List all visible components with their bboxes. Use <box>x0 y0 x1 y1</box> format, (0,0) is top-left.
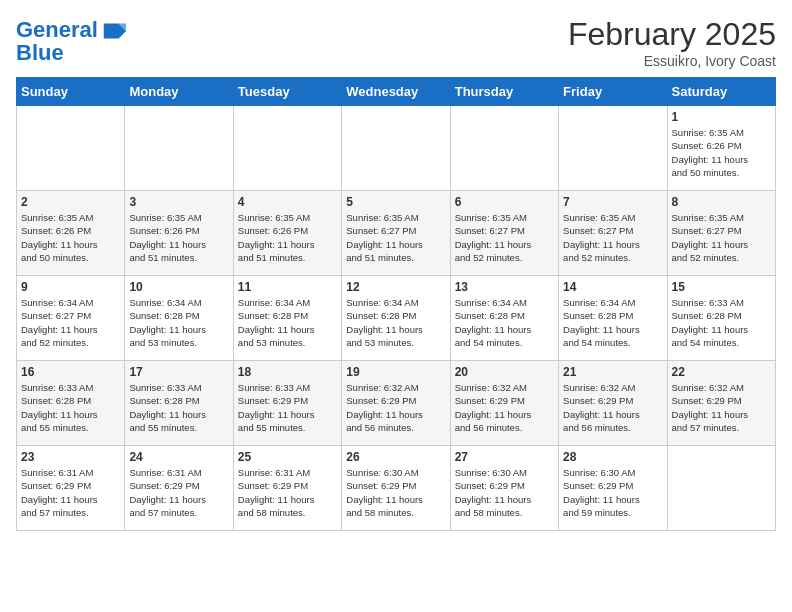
day-info: Sunrise: 6:34 AM Sunset: 6:28 PM Dayligh… <box>455 296 554 349</box>
calendar-cell <box>342 106 450 191</box>
weekday-header-saturday: Saturday <box>667 78 775 106</box>
day-info: Sunrise: 6:34 AM Sunset: 6:28 PM Dayligh… <box>563 296 662 349</box>
day-number: 10 <box>129 280 228 294</box>
calendar-week-2: 2Sunrise: 6:35 AM Sunset: 6:26 PM Daylig… <box>17 191 776 276</box>
calendar-cell: 11Sunrise: 6:34 AM Sunset: 6:28 PM Dayli… <box>233 276 341 361</box>
calendar-week-1: 1Sunrise: 6:35 AM Sunset: 6:26 PM Daylig… <box>17 106 776 191</box>
calendar-cell: 13Sunrise: 6:34 AM Sunset: 6:28 PM Dayli… <box>450 276 558 361</box>
calendar-cell: 8Sunrise: 6:35 AM Sunset: 6:27 PM Daylig… <box>667 191 775 276</box>
day-number: 23 <box>21 450 120 464</box>
day-number: 7 <box>563 195 662 209</box>
day-info: Sunrise: 6:33 AM Sunset: 6:28 PM Dayligh… <box>129 381 228 434</box>
calendar-cell: 15Sunrise: 6:33 AM Sunset: 6:28 PM Dayli… <box>667 276 775 361</box>
day-number: 5 <box>346 195 445 209</box>
logo-text: General <box>16 18 98 42</box>
day-number: 9 <box>21 280 120 294</box>
weekday-header-wednesday: Wednesday <box>342 78 450 106</box>
weekday-header-tuesday: Tuesday <box>233 78 341 106</box>
day-number: 16 <box>21 365 120 379</box>
day-info: Sunrise: 6:35 AM Sunset: 6:27 PM Dayligh… <box>563 211 662 264</box>
day-info: Sunrise: 6:35 AM Sunset: 6:27 PM Dayligh… <box>672 211 771 264</box>
location-subtitle: Essuikro, Ivory Coast <box>568 53 776 69</box>
calendar-cell <box>125 106 233 191</box>
day-number: 4 <box>238 195 337 209</box>
calendar-week-4: 16Sunrise: 6:33 AM Sunset: 6:28 PM Dayli… <box>17 361 776 446</box>
day-number: 1 <box>672 110 771 124</box>
weekday-header-sunday: Sunday <box>17 78 125 106</box>
calendar-cell: 28Sunrise: 6:30 AM Sunset: 6:29 PM Dayli… <box>559 446 667 531</box>
calendar-cell: 12Sunrise: 6:34 AM Sunset: 6:28 PM Dayli… <box>342 276 450 361</box>
day-number: 19 <box>346 365 445 379</box>
calendar-cell: 1Sunrise: 6:35 AM Sunset: 6:26 PM Daylig… <box>667 106 775 191</box>
calendar-cell: 9Sunrise: 6:34 AM Sunset: 6:27 PM Daylig… <box>17 276 125 361</box>
day-info: Sunrise: 6:35 AM Sunset: 6:27 PM Dayligh… <box>455 211 554 264</box>
calendar-cell: 25Sunrise: 6:31 AM Sunset: 6:29 PM Dayli… <box>233 446 341 531</box>
calendar-cell: 10Sunrise: 6:34 AM Sunset: 6:28 PM Dayli… <box>125 276 233 361</box>
day-info: Sunrise: 6:34 AM Sunset: 6:27 PM Dayligh… <box>21 296 120 349</box>
day-info: Sunrise: 6:35 AM Sunset: 6:26 PM Dayligh… <box>21 211 120 264</box>
day-info: Sunrise: 6:35 AM Sunset: 6:26 PM Dayligh… <box>238 211 337 264</box>
weekday-header-thursday: Thursday <box>450 78 558 106</box>
logo-icon <box>100 16 128 44</box>
calendar-cell <box>17 106 125 191</box>
calendar-cell: 26Sunrise: 6:30 AM Sunset: 6:29 PM Dayli… <box>342 446 450 531</box>
day-info: Sunrise: 6:32 AM Sunset: 6:29 PM Dayligh… <box>672 381 771 434</box>
calendar-cell: 14Sunrise: 6:34 AM Sunset: 6:28 PM Dayli… <box>559 276 667 361</box>
day-number: 26 <box>346 450 445 464</box>
calendar-cell: 17Sunrise: 6:33 AM Sunset: 6:28 PM Dayli… <box>125 361 233 446</box>
day-number: 28 <box>563 450 662 464</box>
day-number: 13 <box>455 280 554 294</box>
day-info: Sunrise: 6:30 AM Sunset: 6:29 PM Dayligh… <box>563 466 662 519</box>
day-number: 8 <box>672 195 771 209</box>
day-number: 25 <box>238 450 337 464</box>
calendar-week-3: 9Sunrise: 6:34 AM Sunset: 6:27 PM Daylig… <box>17 276 776 361</box>
day-number: 22 <box>672 365 771 379</box>
page-header: General Blue February 2025 Essuikro, Ivo… <box>16 16 776 69</box>
day-number: 14 <box>563 280 662 294</box>
day-info: Sunrise: 6:35 AM Sunset: 6:26 PM Dayligh… <box>129 211 228 264</box>
calendar-cell: 19Sunrise: 6:32 AM Sunset: 6:29 PM Dayli… <box>342 361 450 446</box>
day-number: 27 <box>455 450 554 464</box>
day-number: 3 <box>129 195 228 209</box>
calendar-cell: 18Sunrise: 6:33 AM Sunset: 6:29 PM Dayli… <box>233 361 341 446</box>
calendar-table: SundayMondayTuesdayWednesdayThursdayFrid… <box>16 77 776 531</box>
day-number: 6 <box>455 195 554 209</box>
day-info: Sunrise: 6:32 AM Sunset: 6:29 PM Dayligh… <box>455 381 554 434</box>
day-number: 20 <box>455 365 554 379</box>
month-title: February 2025 <box>568 16 776 53</box>
calendar-cell: 20Sunrise: 6:32 AM Sunset: 6:29 PM Dayli… <box>450 361 558 446</box>
day-info: Sunrise: 6:31 AM Sunset: 6:29 PM Dayligh… <box>129 466 228 519</box>
day-number: 2 <box>21 195 120 209</box>
day-info: Sunrise: 6:34 AM Sunset: 6:28 PM Dayligh… <box>129 296 228 349</box>
day-info: Sunrise: 6:33 AM Sunset: 6:28 PM Dayligh… <box>672 296 771 349</box>
calendar-cell <box>667 446 775 531</box>
day-number: 12 <box>346 280 445 294</box>
calendar-cell: 24Sunrise: 6:31 AM Sunset: 6:29 PM Dayli… <box>125 446 233 531</box>
title-block: February 2025 Essuikro, Ivory Coast <box>568 16 776 69</box>
calendar-cell <box>559 106 667 191</box>
day-info: Sunrise: 6:31 AM Sunset: 6:29 PM Dayligh… <box>238 466 337 519</box>
day-info: Sunrise: 6:30 AM Sunset: 6:29 PM Dayligh… <box>455 466 554 519</box>
calendar-cell <box>233 106 341 191</box>
calendar-cell: 4Sunrise: 6:35 AM Sunset: 6:26 PM Daylig… <box>233 191 341 276</box>
day-info: Sunrise: 6:34 AM Sunset: 6:28 PM Dayligh… <box>346 296 445 349</box>
calendar-cell: 21Sunrise: 6:32 AM Sunset: 6:29 PM Dayli… <box>559 361 667 446</box>
day-info: Sunrise: 6:33 AM Sunset: 6:28 PM Dayligh… <box>21 381 120 434</box>
day-info: Sunrise: 6:35 AM Sunset: 6:27 PM Dayligh… <box>346 211 445 264</box>
calendar-cell: 22Sunrise: 6:32 AM Sunset: 6:29 PM Dayli… <box>667 361 775 446</box>
logo: General Blue <box>16 16 128 66</box>
day-number: 11 <box>238 280 337 294</box>
day-info: Sunrise: 6:35 AM Sunset: 6:26 PM Dayligh… <box>672 126 771 179</box>
day-info: Sunrise: 6:32 AM Sunset: 6:29 PM Dayligh… <box>563 381 662 434</box>
weekday-header-friday: Friday <box>559 78 667 106</box>
calendar-cell: 23Sunrise: 6:31 AM Sunset: 6:29 PM Dayli… <box>17 446 125 531</box>
day-number: 15 <box>672 280 771 294</box>
day-number: 17 <box>129 365 228 379</box>
day-info: Sunrise: 6:31 AM Sunset: 6:29 PM Dayligh… <box>21 466 120 519</box>
calendar-cell: 5Sunrise: 6:35 AM Sunset: 6:27 PM Daylig… <box>342 191 450 276</box>
day-info: Sunrise: 6:33 AM Sunset: 6:29 PM Dayligh… <box>238 381 337 434</box>
day-info: Sunrise: 6:30 AM Sunset: 6:29 PM Dayligh… <box>346 466 445 519</box>
calendar-cell: 3Sunrise: 6:35 AM Sunset: 6:26 PM Daylig… <box>125 191 233 276</box>
calendar-cell: 7Sunrise: 6:35 AM Sunset: 6:27 PM Daylig… <box>559 191 667 276</box>
day-number: 18 <box>238 365 337 379</box>
